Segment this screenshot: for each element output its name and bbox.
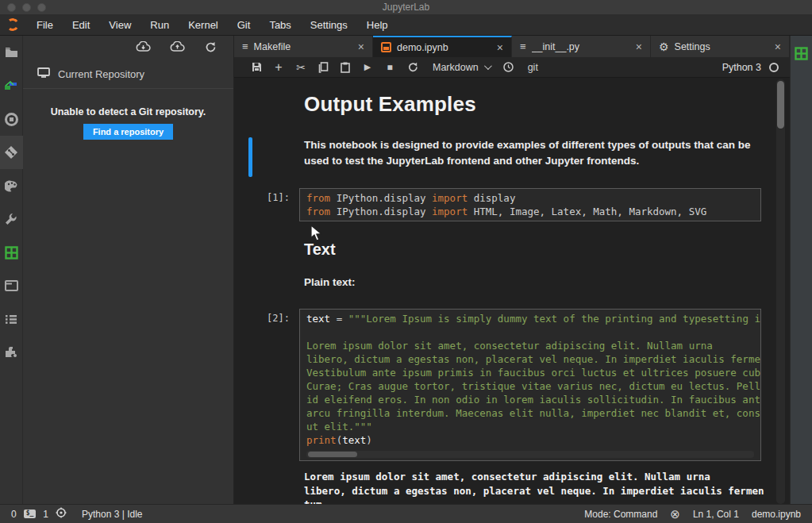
property-inspector-icon[interactable] (0, 202, 23, 236)
extension-manager-icon[interactable] (0, 336, 23, 369)
file-text-icon: ≡ (520, 41, 526, 52)
command-palette-icon[interactable] (0, 169, 23, 202)
file-browser-icon[interactable] (0, 36, 23, 69)
notebook-icon (381, 42, 391, 52)
cursor-position[interactable]: Ln 1, Col 1 (693, 509, 739, 520)
kernel-name-button[interactable]: Python 3 (722, 62, 761, 73)
jupyterlab-window: JupyterLab File Edit View Run Kernel Git… (0, 0, 812, 523)
markdown-cell[interactable]: This notebook is designed to provide exa… (234, 137, 761, 177)
close-icon[interactable]: × (356, 40, 366, 53)
menu-help[interactable]: Help (357, 16, 398, 34)
notebook-title-heading: Output Examples (304, 92, 761, 117)
menu-run[interactable]: Run (140, 16, 179, 34)
tab-makefile[interactable]: ≡ Makefile × (234, 36, 373, 57)
main-area: ≡ Makefile × demo.ipynb × ≡ __init__.py … (234, 36, 790, 504)
markdown-cell-text: This notebook is designed to provide exa… (304, 137, 761, 169)
code-cell-2: [2]: text = """Lorem Ipsum is simply dum… (234, 309, 761, 461)
active-cell-indicator (248, 137, 252, 177)
chevron-down-icon (484, 62, 492, 70)
find-repository-button[interactable]: Find a repository (83, 124, 173, 140)
green-grid-icon[interactable] (0, 236, 23, 269)
open-tabs-icon[interactable] (0, 269, 23, 302)
git-panel-toolbar (23, 36, 233, 58)
save-button[interactable] (245, 62, 267, 72)
close-icon[interactable]: × (634, 40, 644, 53)
menubar: File Edit View Run Kernel Git Tabs Setti… (0, 14, 812, 36)
cell-output: Lorem ipsum dolor sit amet, consectetur … (304, 471, 761, 504)
cut-button[interactable]: ✂ (290, 61, 312, 74)
stop-button[interactable]: ■ (379, 62, 401, 73)
tab-demo-ipynb[interactable]: demo.ipynb × (373, 36, 512, 57)
close-icon[interactable]: × (773, 40, 783, 53)
cell-prompt: [2]: (234, 309, 299, 324)
menu-file[interactable]: File (27, 16, 63, 34)
menu-edit[interactable]: Edit (63, 16, 99, 34)
window-title: JupyterLab (0, 2, 812, 13)
status-bar: 0 $_ 1 Python 3 | Idle Mode: Command ⊗ L… (0, 504, 812, 523)
tab-init-py[interactable]: ≡ __init__.py × (512, 36, 651, 57)
kernel-chip-icon (56, 507, 67, 521)
menu-settings[interactable]: Settings (301, 16, 357, 34)
notebook-toolbar: + ✂ ▶ ■ Markdown (234, 57, 790, 78)
cloud-upload-icon[interactable] (170, 41, 185, 52)
jupyter-logo-icon (5, 17, 21, 33)
green-grid-icon[interactable] (795, 47, 808, 504)
menu-tabs[interactable]: Tabs (260, 16, 300, 34)
code-editor[interactable]: from IPython.display import displayfrom … (299, 188, 761, 221)
git-repo-message: Unable to detect a Git repository. (23, 106, 233, 117)
section-heading: Text (304, 240, 761, 259)
colored-extension-icon[interactable] (0, 69, 23, 102)
clock-icon[interactable] (498, 62, 520, 72)
menu-git[interactable]: Git (228, 16, 260, 34)
copy-button[interactable] (312, 62, 334, 73)
vertical-scrollbar-thumb[interactable] (777, 81, 784, 129)
menu-kernel[interactable]: Kernel (179, 16, 228, 34)
monitor-icon (37, 67, 50, 80)
git-sidebar-icon[interactable] (0, 136, 23, 169)
menu-view[interactable]: View (99, 16, 140, 34)
paste-button[interactable] (334, 62, 356, 73)
active-filename: demo.ipynb (752, 509, 801, 520)
macos-titlebar: JupyterLab (0, 0, 812, 14)
cell-prompt: [1]: (234, 188, 299, 203)
terminal-icon: $_ (24, 510, 37, 518)
run-button[interactable]: ▶ (356, 62, 379, 72)
table-of-contents-icon[interactable] (0, 302, 23, 336)
notifications-icon[interactable]: ⊗ (670, 507, 680, 521)
horizontal-scrollbar-thumb[interactable] (308, 452, 357, 457)
tab-bar: ≡ Makefile × demo.ipynb × ≡ __init__.py … (234, 36, 790, 57)
cloud-download-icon[interactable] (136, 41, 151, 52)
restart-kernel-button[interactable] (401, 62, 423, 72)
command-mode-indicator: Mode: Command (584, 509, 657, 520)
kernels-count[interactable]: 1 (43, 509, 48, 520)
git-toolbar-button[interactable]: git (528, 62, 538, 73)
refresh-icon[interactable] (204, 41, 216, 53)
left-sidebar (0, 36, 23, 504)
git-panel: Current Repository Unable to detect a Gi… (23, 36, 234, 504)
add-cell-button[interactable]: + (267, 60, 290, 75)
plain-text-label: Plain text: (304, 276, 761, 288)
code-cell-1: [1]: from IPython.display import display… (234, 188, 761, 221)
code-lines: text = """Lorem Ipsum is simply dummy te… (306, 313, 760, 448)
notebook-content: Output Examples This notebook is designe… (234, 78, 790, 504)
kernel-status-icon (769, 63, 779, 72)
terminals-count[interactable]: 0 (11, 509, 17, 520)
kernel-status-text[interactable]: Python 3 | Idle (82, 509, 143, 520)
gear-icon: ⚙ (659, 41, 669, 52)
file-text-icon: ≡ (242, 41, 248, 52)
tab-settings[interactable]: ⚙ Settings × (651, 36, 790, 57)
close-icon[interactable]: × (495, 41, 505, 54)
code-editor[interactable]: text = """Lorem Ipsum is simply dummy te… (299, 309, 761, 461)
current-repository-header: Current Repository (23, 58, 233, 89)
running-sessions-icon[interactable] (0, 102, 23, 136)
cell-type-dropdown[interactable]: Markdown (433, 62, 490, 73)
right-sidebar (790, 36, 812, 504)
horizontal-scrollbar[interactable] (306, 451, 754, 458)
vertical-scrollbar[interactable] (776, 79, 785, 504)
current-repository-label: Current Repository (58, 68, 144, 80)
